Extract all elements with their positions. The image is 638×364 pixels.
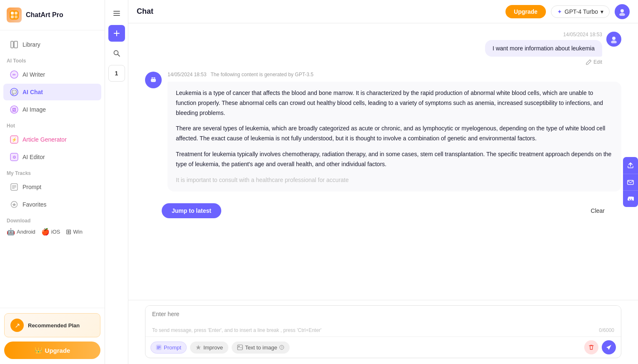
improve-tool-button[interactable]: Improve	[190, 342, 228, 354]
ai-response-p3: Treatment for leukemia typically involve…	[176, 150, 613, 170]
recommended-plan-label: Recommended Plan	[28, 322, 80, 329]
svg-text:⚙: ⚙	[13, 155, 16, 160]
favorites-label: Favorites	[23, 201, 47, 208]
delete-input-button[interactable]	[584, 340, 598, 354]
sidebar-item-ai-chat[interactable]: 💬 AI Chat	[3, 84, 101, 100]
svg-text:✏: ✏	[13, 72, 16, 77]
header: Chat Upgrade ✦ GPT-4 Turbo ▾	[128, 0, 638, 23]
svg-rect-0	[10, 10, 19, 20]
ai-message-row: 14/05/2024 18:53 The following content i…	[145, 72, 621, 192]
search-button[interactable]	[108, 45, 125, 62]
svg-rect-2	[15, 12, 18, 15]
recommended-plan-icon: ↗	[10, 319, 24, 332]
download-ios[interactable]: 🍎 iOS	[41, 228, 60, 236]
article-generator-label: Article Generator	[23, 136, 67, 143]
user-bubble: I want more information about leukemia	[485, 40, 602, 57]
svg-rect-6	[14, 41, 18, 48]
library-label: Library	[23, 41, 40, 48]
prompt-icon	[10, 183, 18, 191]
svg-point-47	[629, 199, 630, 199]
svg-text:💬: 💬	[12, 90, 17, 95]
chat-input[interactable]	[145, 306, 621, 326]
prompt-tool-button[interactable]: Prompt	[150, 342, 187, 354]
chat-item-1[interactable]: 1	[108, 65, 125, 82]
svg-rect-34	[151, 79, 156, 82]
ai-chat-icon: 💬	[10, 88, 18, 96]
share-button[interactable]	[623, 157, 638, 174]
ai-bubble: Leukemia is a type of cancer that affect…	[168, 82, 621, 192]
sidebar-item-prompt[interactable]: Prompt	[3, 179, 101, 195]
ai-message-content: 14/05/2024 18:53 The following content i…	[168, 72, 621, 192]
sidebar-item-article-generator[interactable]: ⚡ Article Generator	[3, 131, 101, 148]
ai-image-icon: 🖼	[10, 105, 18, 114]
svg-rect-3	[11, 15, 14, 18]
crown-icon: 👑	[35, 347, 43, 354]
sidebar-logo: ChatArt Pro	[0, 0, 105, 30]
user-timestamp: 14/05/2024 18:53	[563, 32, 602, 37]
svg-point-31	[612, 37, 615, 40]
ai-editor-label: AI Editor	[23, 154, 45, 160]
new-chat-button[interactable]	[108, 25, 125, 42]
ai-writer-label: AI Writer	[23, 71, 45, 78]
icon-column: 1	[105, 0, 128, 364]
text-to-image-tool-button[interactable]: Text to image ?	[232, 342, 290, 354]
sidebar-item-ai-writer[interactable]: ✏ AI Writer	[3, 66, 101, 83]
user-avatar-button[interactable]	[615, 4, 630, 19]
input-toolbar: Prompt Improve Text to image	[145, 337, 621, 358]
my-tracks-section: My Tracks	[0, 167, 105, 178]
input-hint: To send message, press 'Enter', and to i…	[145, 327, 621, 337]
recommended-plan-card[interactable]: ↗ Recommended Plan	[4, 313, 100, 337]
user-message-content: 14/05/2024 18:53 I want more information…	[485, 32, 602, 65]
ai-chat-label: AI Chat	[23, 89, 43, 95]
ai-response-p2: There are several types of leukemia, whi…	[176, 124, 613, 144]
logo-icon	[7, 7, 22, 22]
svg-point-32	[611, 40, 617, 43]
ai-editor-icon: ⚙	[10, 153, 18, 161]
gpt-model-selector[interactable]: ✦ GPT-4 Turbo ▾	[551, 5, 610, 18]
svg-rect-1	[11, 12, 14, 15]
sidebar-item-ai-editor[interactable]: ⚙ AI Editor	[3, 149, 101, 165]
chat-area: 14/05/2024 18:53 I want more information…	[128, 23, 638, 300]
ai-timestamp: 14/05/2024 18:53	[168, 72, 206, 77]
jump-to-latest-button[interactable]: Jump to latest	[162, 203, 221, 218]
svg-text:🖼: 🖼	[12, 107, 16, 112]
download-win[interactable]: ⊞ Win	[66, 228, 82, 236]
svg-point-48	[631, 199, 632, 199]
clear-button[interactable]: Clear	[591, 207, 605, 214]
sidebar: ChatArt Pro Library AI Tools ✏ AI Writer	[0, 0, 105, 364]
input-wrapper: To send message, press 'Enter', and to i…	[145, 305, 621, 358]
ai-response-p4: It is important to consult with a health…	[176, 175, 613, 185]
input-area: To send message, press 'Enter', and to i…	[128, 300, 638, 364]
app-title: ChatArt Pro	[26, 11, 63, 19]
header-upgrade-button[interactable]: Upgrade	[505, 5, 546, 18]
svg-rect-4	[15, 15, 18, 18]
sidebar-nav: Library AI Tools ✏ AI Writer 💬 AI Chat	[0, 30, 105, 308]
svg-point-29	[620, 9, 624, 12]
favorites-icon	[10, 200, 18, 209]
svg-point-30	[619, 13, 625, 16]
svg-text:⚡: ⚡	[12, 137, 17, 142]
header-right: Upgrade ✦ GPT-4 Turbo ▾	[505, 4, 630, 19]
menu-toggle-button[interactable]	[108, 5, 125, 22]
user-avatar	[606, 32, 621, 47]
svg-rect-37	[152, 77, 155, 78]
gpt-star-icon: ✦	[557, 8, 562, 15]
article-generator-icon: ⚡	[10, 135, 18, 144]
download-android[interactable]: 🤖 Android	[7, 228, 35, 236]
ai-avatar	[145, 72, 162, 88]
sidebar-item-ai-image[interactable]: 🖼 AI Image	[3, 101, 101, 118]
chat-controls-bar: Jump to latest Clear	[145, 200, 621, 222]
ai-generated-notice: The following content is generated by GP…	[210, 72, 313, 77]
upgrade-button[interactable]: 👑 Upgrade	[4, 342, 100, 359]
library-icon	[10, 40, 18, 49]
sidebar-item-library[interactable]: Library	[3, 36, 101, 53]
send-button[interactable]	[602, 340, 616, 354]
email-button[interactable]	[623, 174, 638, 190]
edit-button[interactable]: Edit	[586, 59, 602, 65]
page-title: Chat	[137, 7, 153, 16]
ai-meta: 14/05/2024 18:53 The following content i…	[168, 72, 621, 77]
discord-button[interactable]	[623, 190, 638, 207]
ai-tools-section: AI Tools	[0, 55, 105, 65]
chevron-down-icon: ▾	[600, 8, 603, 15]
sidebar-item-favorites[interactable]: Favorites	[3, 196, 101, 213]
